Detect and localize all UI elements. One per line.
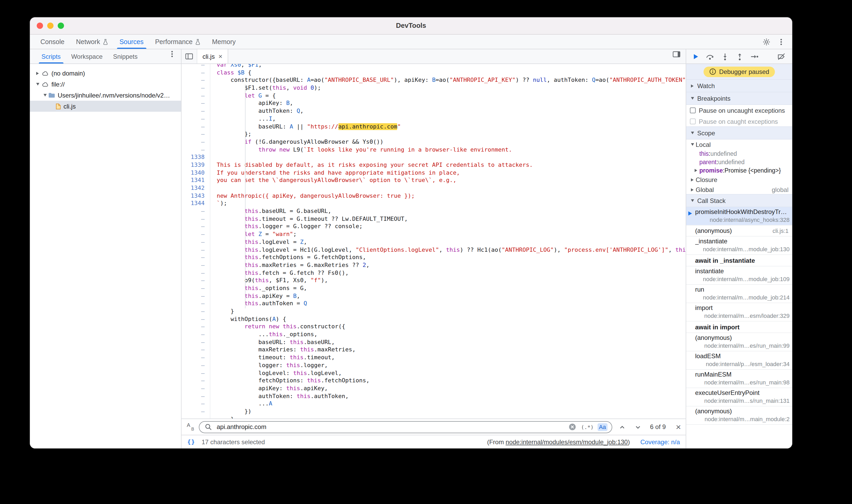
step-button[interactable] [749, 51, 760, 61]
editor-tab[interactable]: cli.js × [197, 49, 228, 64]
line-number[interactable]: – [181, 346, 210, 354]
line-number[interactable]: – [181, 85, 210, 92]
scope-local-row[interactable]: Local [686, 140, 792, 149]
debugger-panel-toggle-icon[interactable] [672, 49, 686, 59]
line-number[interactable]: – [181, 277, 210, 285]
line-number[interactable]: – [181, 316, 210, 323]
code-text[interactable]: new Anthropic({ apiKey, dangerouslyAllow… [210, 192, 686, 200]
line-number[interactable]: – [181, 339, 210, 346]
call-stack-frame-anonymous[interactable]: (anonymous)cli.js:1 [686, 226, 792, 236]
code-text[interactable]: authToken: this.authToken, [210, 393, 686, 400]
line-number[interactable]: – [181, 254, 210, 262]
call-stack-frame-loadesm[interactable]: loadESMnode:internal/p…/esm_loader:34 [686, 352, 792, 370]
code-text[interactable]: o9(this, $F1, Xs0, "f"), [210, 277, 686, 285]
line-number[interactable]: – [181, 146, 210, 154]
search-input[interactable]: api.anthropic.com (.*) Aa [199, 421, 612, 433]
resume-button[interactable] [690, 51, 701, 61]
code-text[interactable]: this.logLevel = Hc1(G.logLevel, "ClientO… [210, 246, 686, 254]
titlebar[interactable]: DevTools [30, 17, 792, 35]
line-number[interactable]: – [181, 292, 210, 300]
code-text[interactable] [210, 154, 686, 162]
call-stack-section-header[interactable]: Call Stack [686, 194, 792, 207]
disclosure-caret-icon[interactable] [41, 94, 48, 96]
line-number[interactable]: – [181, 216, 210, 223]
code-text[interactable]: class $B { [210, 69, 686, 76]
tab-performance[interactable]: Performance [149, 35, 206, 49]
checkbox-pause-on-uncaught-exceptions[interactable]: Pause on uncaught exceptions [686, 105, 792, 116]
code-text[interactable]: this.logger = G.logger ?? console; [210, 223, 686, 231]
tab-network[interactable]: Network [70, 35, 114, 49]
pretty-print-toggle[interactable]: {} [187, 438, 195, 445]
line-number[interactable]: 1340 [181, 169, 210, 177]
code-text[interactable]: logger: this.logger, [210, 362, 686, 370]
line-number[interactable]: – [181, 377, 210, 385]
line-number[interactable]: – [181, 92, 210, 100]
line-number[interactable]: – [181, 131, 210, 138]
call-stack-frame-anonymous[interactable]: (anonymous)node:internal/m…main_module:2 [686, 407, 792, 425]
line-number[interactable]: 1344 [181, 200, 210, 208]
line-number[interactable]: – [181, 269, 210, 277]
scope-entry-promise[interactable]: promise: Promise {<pending>} [686, 166, 792, 175]
code-text[interactable]: if (!G.dangerouslyAllowBrowser && Ys0()) [210, 139, 686, 146]
line-number[interactable]: – [181, 231, 210, 238]
line-number[interactable]: – [181, 239, 210, 246]
step-over-button[interactable] [705, 51, 715, 61]
checkbox-icon[interactable] [690, 108, 696, 113]
match-case-toggle[interactable]: Aa [597, 423, 607, 431]
regex-toggle[interactable]: (.*) [581, 424, 593, 430]
code-text[interactable]: baseURL: A || "https://api.anthropic.com… [210, 123, 686, 131]
close-search-button[interactable]: × [676, 422, 681, 431]
line-number[interactable]: 1339 [181, 162, 210, 169]
code-text[interactable]: you can set the \`dangerouslyAllowBrowse… [210, 177, 686, 185]
code-text[interactable]: this.apiKey = B, [210, 292, 686, 300]
scope-global-row[interactable]: Global global [686, 185, 792, 195]
line-number[interactable]: – [181, 308, 210, 316]
code-text[interactable]: maxRetries: this.maxRetries, [210, 346, 686, 354]
call-stack-frame-promiseinithookwithdestroytr[interactable]: promiseInitHookWithDestroyTr…node:intern… [686, 207, 792, 226]
scope-closure-row[interactable]: Closure [686, 175, 792, 185]
line-number[interactable]: – [181, 408, 210, 416]
call-stack-frame-anonymous[interactable]: (anonymous)node:internal/m…es/run_main:9… [686, 333, 792, 352]
scope-section-header[interactable]: Scope [686, 126, 792, 140]
line-number[interactable]: – [181, 416, 210, 418]
code-text[interactable]: apiKey: this.apiKey, [210, 385, 686, 393]
code-text[interactable]: this.authToken = Q [210, 300, 686, 308]
coverage-link[interactable]: Coverage: n/a [640, 438, 680, 446]
settings-icon[interactable] [762, 37, 771, 47]
step-into-button[interactable] [719, 51, 730, 61]
code-text[interactable]: throw new L9(`It looks like you're runni… [210, 146, 686, 154]
deactivate-breakpoints-button[interactable] [776, 51, 787, 61]
line-number[interactable]: – [181, 400, 210, 408]
code-text[interactable]: this.maxRetries = G.maxRetries ?? 2, [210, 262, 686, 269]
line-number[interactable]: – [181, 223, 210, 231]
line-number[interactable]: – [181, 323, 210, 331]
line-number[interactable]: – [181, 354, 210, 362]
code-text[interactable]: let Z = "warn"; [210, 231, 686, 238]
code-text[interactable]: return new this.constructor({ [210, 323, 686, 331]
tree-item-users-jinhuilee-nvm-versions-node-v2[interactable]: Users/jinhuilee/.nvm/versions/node/v2… [30, 90, 181, 101]
line-number[interactable]: 1342 [181, 185, 210, 192]
code-text[interactable]: $F1.set(this, void 0); [210, 85, 686, 92]
line-number[interactable]: 1338 [181, 154, 210, 162]
line-number[interactable]: 1341 [181, 177, 210, 185]
code-text[interactable]: authToken: Q, [210, 108, 686, 115]
code-text[interactable]: timeout: this.timeout, [210, 354, 686, 362]
code-text[interactable]: }) [210, 408, 686, 416]
code-text[interactable]: this.fetchOptions = G.fetchOptions, [210, 254, 686, 262]
call-stack-frame-run[interactable]: runnode:internal/m…module_job:214 [686, 285, 792, 303]
navigator-more-icon[interactable] [167, 49, 181, 59]
code-text[interactable]: this.logLevel = Z, [210, 239, 686, 246]
call-stack-frame-instantiate[interactable]: _instantiatenode:internal/m…module_job:1… [686, 236, 792, 255]
code-text[interactable]: If you understand the risks and have app… [210, 169, 686, 177]
tab-memory[interactable]: Memory [206, 35, 241, 49]
line-number[interactable]: – [181, 115, 210, 123]
code-text[interactable]: this.timeout = G.timeout ?? Lw.DEFAULT_T… [210, 216, 686, 223]
code-text[interactable]: logLevel: this.logLevel, [210, 370, 686, 377]
disclosure-caret-icon[interactable] [34, 72, 41, 75]
line-number[interactable]: – [181, 300, 210, 308]
navigator-tab-workspace[interactable]: Workspace [66, 49, 108, 64]
tree-item-no-domain[interactable]: (no domain) [30, 68, 181, 79]
line-number[interactable]: – [181, 123, 210, 131]
scope-entry-this[interactable]: this: undefined [686, 149, 792, 158]
line-number[interactable]: – [181, 100, 210, 108]
